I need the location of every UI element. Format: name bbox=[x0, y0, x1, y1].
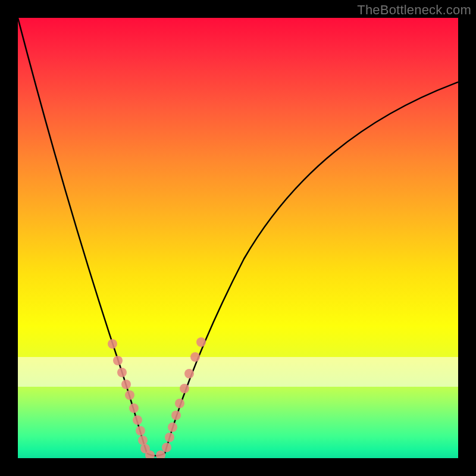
curve-left bbox=[18, 18, 147, 453]
marker-dot bbox=[129, 403, 139, 413]
marker-dot bbox=[156, 450, 165, 458]
marker-dot bbox=[168, 422, 177, 432]
marker-dot bbox=[113, 356, 123, 365]
valley-floor bbox=[147, 453, 165, 456]
marker-group bbox=[108, 337, 206, 458]
marker-dot bbox=[190, 352, 200, 362]
chart-frame: TheBottleneck.com bbox=[0, 0, 476, 476]
marker-dot bbox=[180, 384, 189, 393]
marker-dot bbox=[175, 399, 184, 408]
highlight-band bbox=[18, 357, 458, 387]
marker-dot bbox=[138, 436, 148, 445]
marker-dot bbox=[196, 337, 206, 347]
marker-dot bbox=[117, 368, 127, 377]
curve-svg bbox=[18, 18, 458, 458]
marker-dot bbox=[165, 433, 174, 442]
marker-dot bbox=[162, 443, 171, 452]
marker-dot bbox=[108, 339, 117, 349]
watermark-text: TheBottleneck.com bbox=[357, 2, 471, 18]
marker-dot bbox=[184, 369, 194, 378]
plot-area bbox=[18, 18, 458, 458]
curve-right bbox=[165, 82, 458, 453]
marker-dot bbox=[125, 390, 134, 400]
marker-dot bbox=[140, 444, 150, 453]
marker-dot bbox=[136, 426, 145, 436]
marker-dot bbox=[121, 380, 131, 389]
marker-dot bbox=[133, 415, 142, 425]
marker-dot bbox=[171, 411, 181, 420]
marker-dot bbox=[145, 450, 155, 458]
